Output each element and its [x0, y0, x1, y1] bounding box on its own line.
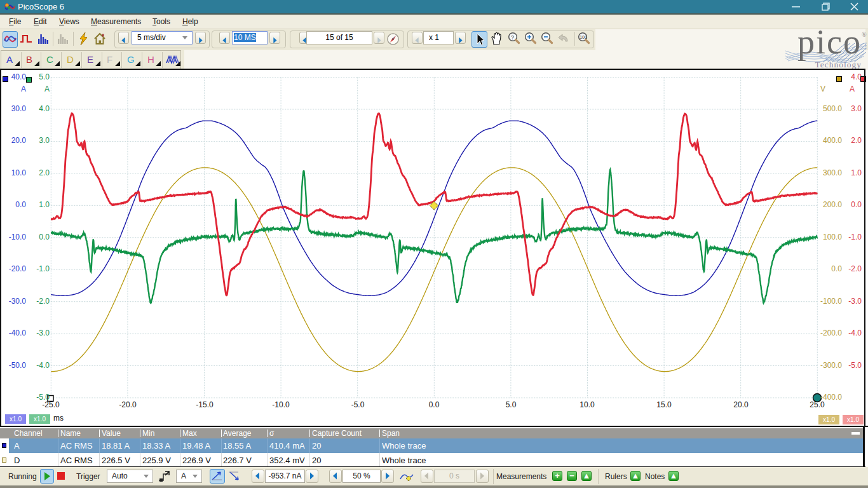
svg-text:®: ®	[862, 31, 867, 38]
svg-text:?: ?	[511, 34, 514, 41]
svg-text:pico: pico	[797, 29, 862, 61]
svg-text:100: 100	[580, 35, 587, 39]
svg-text:Technology: Technology	[815, 60, 862, 69]
